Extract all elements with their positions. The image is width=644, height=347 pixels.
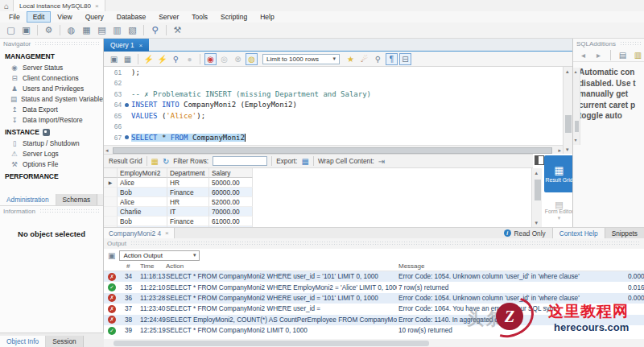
open-file-icon[interactable]: ▣: [108, 53, 120, 65]
sidebar-item-client-connections[interactable]: ⊟Client Connections: [0, 72, 103, 83]
scroll-up-icon[interactable]: ▴: [566, 67, 569, 76]
execute-current-icon[interactable]: ⚡: [156, 53, 168, 65]
menu-tools[interactable]: Tools: [185, 11, 214, 23]
connection-tab[interactable]: Local instance MySQL80 ×: [13, 0, 105, 11]
new-script-icon[interactable]: ▢: [4, 24, 18, 37]
beautify-icon[interactable]: ★: [345, 53, 357, 65]
grid-cell[interactable]: 70000.00: [209, 207, 253, 217]
configure-icon[interactable]: ⚒: [171, 24, 184, 37]
panel-toggle-icon[interactable]: [535, 155, 544, 165]
output-view-selector[interactable]: Action Output ▾: [119, 250, 200, 261]
export-icon[interactable]: ▦: [301, 157, 308, 166]
wrap-cell-content-icon[interactable]: ⇥: [378, 157, 385, 166]
sidebar-item-status-and-system-variables[interactable]: ▤Status and System Variables: [0, 93, 103, 104]
sidebar-item-data-export[interactable]: ↥Data Export: [0, 104, 103, 114]
sql-additions-scrollbar[interactable]: ▴ ▾: [573, 68, 580, 145]
grid-cell[interactable]: 50000.00: [209, 178, 253, 188]
scroll-down-icon[interactable]: ▾: [566, 145, 569, 154]
create-procedure-icon[interactable]: ▥: [110, 24, 124, 37]
scroll-right-icon[interactable]: ▸: [558, 146, 561, 155]
grid-cell[interactable]: 60000.00: [209, 188, 253, 197]
tab-schemas[interactable]: Schemas: [56, 194, 98, 205]
table-row[interactable]: BobFinance60000.00: [104, 188, 531, 197]
output-row[interactable]: ✗3711:23:40SELECT * FROM CompanyMoni2 WH…: [104, 304, 644, 314]
output-row[interactable]: ✗3411:18:13SELECT * FROM CompanyMoni2 WH…: [104, 271, 644, 282]
sidebar-item-server-logs[interactable]: ⚠Server Logs: [0, 148, 103, 159]
toggle-auto-help-icon[interactable]: ▥: [632, 49, 644, 61]
editor-line-67[interactable]: 67SELECT * FROM CompanyMoni2: [104, 132, 563, 143]
scroll-up-icon[interactable]: ▴: [535, 168, 539, 177]
grid-cell[interactable]: Finance: [167, 188, 209, 197]
scrollbar-thumb[interactable]: [535, 180, 541, 200]
form-editor-view-button[interactable]: ▤ Form Editor ▾: [544, 196, 574, 226]
back-icon[interactable]: ◂: [577, 49, 589, 61]
grid-cell[interactable]: Bob: [118, 188, 167, 197]
sidebar-item-startup-shutdown[interactable]: ▯Startup / Shutdown: [0, 138, 103, 148]
clean-icon[interactable]: ☄: [358, 53, 370, 65]
grid-vertical-scrollbar[interactable]: ▴ ▾: [531, 168, 542, 227]
scrollbar-thumb[interactable]: [113, 147, 552, 154]
column-header-employmoni2[interactable]: EmployMoni2: [118, 168, 167, 178]
sidebar-item-users-and-privileges[interactable]: ♟Users and Privileges: [0, 83, 103, 93]
editor-line-66[interactable]: 66: [104, 122, 563, 133]
editor-vertical-scrollbar[interactable]: ▴ ▾: [563, 67, 572, 154]
table-row[interactable]: BobFinance61000.00: [104, 217, 531, 226]
create-function-icon[interactable]: ▧: [126, 24, 139, 37]
grid-options-icon[interactable]: ▦: [151, 157, 159, 166]
explain-icon[interactable]: ⚲: [170, 53, 182, 65]
tab-context-help[interactable]: Context Help: [552, 228, 605, 239]
scrollbar-thumb[interactable]: [565, 115, 572, 133]
save-icon[interactable]: ▦: [122, 53, 134, 65]
output-row[interactable]: ✓3511:22:10SELECT * FROM CompanyMoni2 WH…: [104, 282, 644, 292]
table-row[interactable]: ▶AliceHR50000.00: [104, 178, 531, 188]
editor-line-65[interactable]: 65VALUES ('Alice');: [104, 110, 563, 122]
grid-cell[interactable]: 61000.00: [209, 217, 253, 226]
result-grid-view-button[interactable]: ▦ Result Grid: [544, 155, 574, 192]
open-script-icon[interactable]: ▣: [19, 24, 33, 37]
editor-line-64[interactable]: 64INSERT INTO CompanyMoni2 (EmployMoni2): [104, 100, 563, 111]
create-view-icon[interactable]: ▤: [95, 24, 109, 37]
result-tab-close-icon[interactable]: ×: [165, 229, 169, 237]
find-icon[interactable]: ⚲: [372, 53, 384, 65]
toggle-stop-on-error-icon[interactable]: ◉: [204, 53, 217, 65]
context-help-icon[interactable]: ▤: [617, 49, 629, 61]
sql-editor[interactable]: 61);6263-- ✗ Problematic INSERT (missing…: [104, 67, 563, 145]
grid-cell[interactable]: Finance: [167, 217, 209, 226]
grid-cell[interactable]: IT: [167, 207, 209, 217]
table-row[interactable]: CharlieIT70000.00: [104, 207, 531, 217]
refresh-icon[interactable]: ↻: [163, 157, 169, 166]
scroll-down-icon[interactable]: ▾: [575, 136, 577, 145]
tab-object-info[interactable]: Object Info: [0, 336, 46, 347]
grid-cell[interactable]: HR: [167, 178, 209, 188]
query-tab-close-icon[interactable]: ×: [139, 42, 143, 49]
table-row[interactable]: AliceHR52000.00: [104, 197, 531, 207]
menu-server[interactable]: Server: [152, 11, 185, 23]
scrollbar-thumb[interactable]: [114, 341, 429, 346]
autocommit-icon[interactable]: ◍: [246, 53, 258, 65]
tab-companymoni2-result[interactable]: CompanyMoni2 4 ×: [104, 228, 175, 239]
menu-edit[interactable]: Edit: [27, 11, 52, 23]
column-header-salary[interactable]: Salary: [209, 168, 253, 178]
commit-icon[interactable]: ◎: [218, 53, 230, 65]
connection-tab-close-icon[interactable]: ×: [95, 2, 99, 10]
editor-line-61[interactable]: 61);: [104, 67, 563, 78]
menu-query[interactable]: Query: [79, 11, 110, 23]
rollback-icon[interactable]: ⊗: [232, 53, 244, 65]
scroll-up-icon[interactable]: ▴: [575, 68, 577, 76]
create-table-icon[interactable]: ▦: [80, 24, 93, 37]
tab-session[interactable]: Session: [46, 336, 84, 347]
home-icon[interactable]: ⌂: [0, 2, 13, 10]
invisible-chars-icon[interactable]: ¶: [386, 53, 398, 65]
create-schema-icon[interactable]: ◍: [64, 24, 78, 37]
editor-horizontal-scrollbar[interactable]: ◂ ▸: [104, 145, 563, 154]
wrap-text-icon[interactable]: ⊟: [399, 53, 411, 65]
output-row[interactable]: ✓3912:25:19SELECT * FROM CompanyMoni2 LI…: [104, 325, 644, 336]
menu-scripting[interactable]: Scripting: [214, 11, 254, 23]
grid-cell[interactable]: 52000.00: [209, 197, 253, 207]
scrollbar-thumb[interactable]: [575, 121, 579, 132]
limit-rows-dropdown[interactable]: Limit to 1000 rows ▾: [262, 54, 340, 64]
editor-line-63[interactable]: 63-- ✗ Problematic INSERT (missing Depar…: [104, 89, 563, 100]
connection-icon[interactable]: ⚙: [42, 24, 56, 37]
menu-database[interactable]: Database: [110, 11, 152, 23]
stop-icon[interactable]: ●: [184, 53, 196, 65]
